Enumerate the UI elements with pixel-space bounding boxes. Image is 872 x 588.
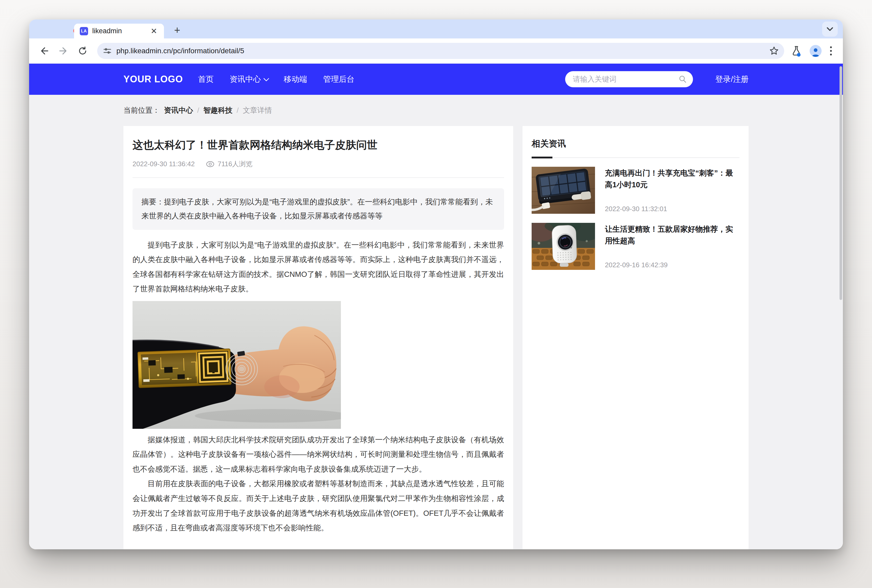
web-page: YOUR LOGO 首页 资讯中心 移动端 管理后台: [29, 64, 843, 549]
reload-icon: [78, 46, 87, 56]
article-meta: 2022-09-30 11:36:42 7116人浏览: [132, 159, 504, 168]
article-title: 这也太科幻了！世界首款网格结构纳米电子皮肤问世: [132, 138, 504, 152]
eye-icon: [206, 161, 215, 167]
related-item-date: 2022-09-16 16:42:39: [605, 261, 740, 269]
bookmark-star-icon[interactable]: [769, 46, 779, 56]
related-thumbnail-power-bank[interactable]: [531, 167, 595, 214]
nav-item-news-center[interactable]: 资讯中心: [230, 74, 268, 85]
reload-button[interactable]: [77, 45, 89, 57]
back-button[interactable]: [38, 45, 50, 57]
chevron-down-icon: [827, 27, 833, 32]
electronic-skin-photo: [132, 301, 341, 429]
login-register-link[interactable]: 登录/注册: [715, 74, 749, 85]
breadcrumb-link-category[interactable]: 智趣科技: [203, 105, 233, 116]
forward-arrow-icon: [59, 46, 68, 56]
related-news-title: 相关资讯: [531, 138, 740, 150]
article-image-electronic-skin: [132, 301, 341, 429]
article-paragraph: 目前用在皮肤表面的电子设备，大都采用橡胶或者塑料等基材制造而来，其缺点是透水透气…: [132, 476, 504, 535]
article-card: 这也太科幻了！世界首款网格结构纳米电子皮肤问世 2022-09-30 11:36…: [123, 126, 513, 549]
breadcrumb-separator: /: [197, 106, 199, 114]
site-search: [565, 71, 693, 87]
content-area: 这也太科幻了！世界首款网格结构纳米电子皮肤问世 2022-09-30 11:36…: [123, 126, 749, 549]
nav-item-mobile[interactable]: 移动端: [284, 74, 307, 85]
nav-item-home[interactable]: 首页: [198, 74, 213, 85]
tab-search-button[interactable]: [822, 21, 838, 37]
browser-toolbar: php.likeadmin.cn/pc/information/detail/5: [29, 39, 843, 64]
related-item-body: 让生活更精致！五款居家好物推荐，实用性超高 2022-09-16 16:42:3…: [605, 223, 740, 270]
related-item-body: 充满电再出门！共享充电宝“刺客”：最高1小时10元 2022-09-30 11:…: [605, 167, 740, 214]
article-paragraph: 提到电子皮肤，大家可别以为是“电子游戏里的虚拟皮肤”。在一些科幻电影中，我们常常…: [132, 238, 504, 296]
search-input[interactable]: [573, 75, 678, 83]
related-news-panel: 相关资讯: [522, 126, 749, 549]
breadcrumb-separator: /: [237, 106, 239, 114]
power-bank-photo: [531, 167, 595, 214]
main-nav: 首页 资讯中心 移动端 管理后台: [198, 74, 354, 85]
experiments-flask-icon[interactable]: [791, 45, 802, 57]
article-views: 7116人浏览: [206, 159, 252, 168]
tab-title: likeadmin: [92, 27, 149, 35]
nav-item-admin[interactable]: 管理后台: [323, 74, 354, 85]
article-paragraph: 据媒体报道，韩国大邱庆北科学技术院研究团队成功开发出了全球第一个纳米结构电子皮肤…: [132, 432, 504, 477]
breadcrumb: 当前位置： 资讯中心 / 智趣科技 / 文章详情: [123, 105, 749, 116]
breadcrumb-current: 文章详情: [243, 105, 272, 116]
browser-menu-icon[interactable]: [829, 45, 833, 57]
profile-avatar[interactable]: [810, 45, 822, 57]
breadcrumb-prefix: 当前位置：: [123, 105, 160, 116]
browser-window: LA likeadmin ✕ +: [29, 20, 843, 549]
related-item-title[interactable]: 让生活更精致！五款居家好物推荐，实用性超高: [605, 224, 740, 247]
back-arrow-icon: [39, 46, 49, 56]
site-settings-icon[interactable]: [103, 47, 112, 55]
new-tab-button[interactable]: +: [171, 25, 183, 36]
person-icon: [810, 46, 821, 57]
views-text: 7116人浏览: [218, 159, 252, 168]
page-scrollbar[interactable]: [839, 66, 842, 300]
site-header: YOUR LOGO 首页 资讯中心 移动端 管理后台: [29, 64, 843, 95]
related-item-projector[interactable]: 让生活更精致！五款居家好物推荐，实用性超高 2022-09-16 16:42:3…: [531, 223, 740, 270]
toolbar-actions: [791, 45, 833, 57]
breadcrumb-link-news-center[interactable]: 资讯中心: [164, 105, 193, 116]
article-summary: 摘要：提到电子皮肤，大家可别以为是“电子游戏里的虚拟皮肤”。在一些科幻电影中，我…: [132, 188, 504, 230]
search-icon[interactable]: [678, 75, 687, 83]
divider: [132, 177, 504, 178]
projector-photo: [531, 223, 595, 270]
related-item-power-bank[interactable]: 充满电再出门！共享充电宝“刺客”：最高1小时10元 2022-09-30 11:…: [531, 167, 740, 214]
url-text[interactable]: php.likeadmin.cn/pc/information/detail/5: [116, 47, 769, 55]
article-date: 2022-09-30 11:36:42: [132, 160, 195, 168]
breadcrumb-bar: 当前位置： 资讯中心 / 智趣科技 / 文章详情: [29, 95, 843, 126]
divider: [531, 158, 740, 158]
tab-favicon: LA: [80, 27, 88, 35]
article-body: 提到电子皮肤，大家可别以为是“电子游戏里的虚拟皮肤”。在一些科幻电影中，我们常常…: [132, 238, 504, 535]
tab-close-icon[interactable]: ✕: [149, 26, 159, 36]
browser-tab[interactable]: LA likeadmin ✕: [74, 24, 164, 39]
forward-button[interactable]: [57, 45, 70, 57]
address-bar[interactable]: php.likeadmin.cn/pc/information/detail/5: [97, 43, 784, 59]
related-item-date: 2022-09-30 11:32:01: [605, 205, 740, 213]
related-item-title[interactable]: 充满电再出门！共享充电宝“刺客”：最高1小时10元: [605, 167, 740, 190]
related-thumbnail-projector[interactable]: [531, 223, 595, 270]
site-logo[interactable]: YOUR LOGO: [123, 74, 183, 85]
tab-strip: LA likeadmin ✕ +: [29, 20, 843, 39]
chevron-down-icon: [263, 76, 269, 81]
